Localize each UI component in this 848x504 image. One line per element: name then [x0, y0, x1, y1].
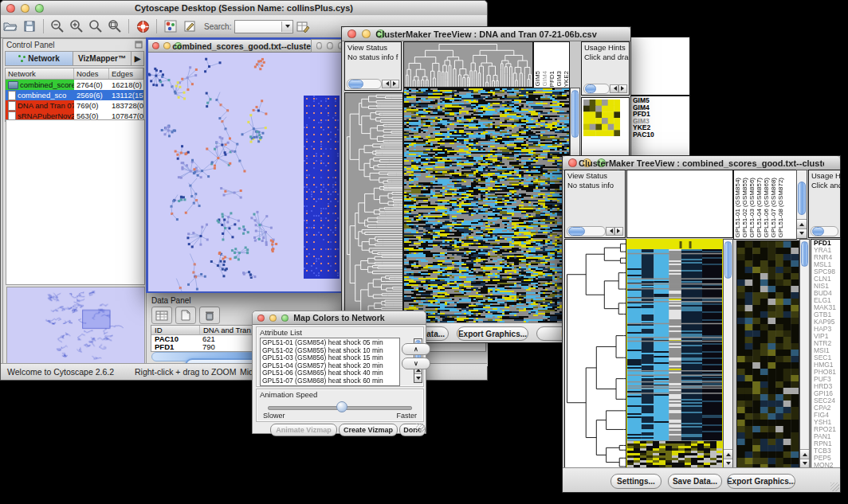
scroll-left-icon	[606, 227, 614, 236]
network-list-table: Network Nodes Edges combined_scores 2764…	[5, 68, 144, 122]
array-labels-vscrollbar[interactable]	[796, 170, 807, 239]
background-window-titlebar[interactable]	[311, 39, 344, 53]
network-overview-thumbnail[interactable]	[6, 287, 145, 364]
scroll-right-icon	[614, 227, 623, 236]
minimize-button	[327, 42, 332, 49]
array-labels: GPL51-01 (GSM854)GPL51-02 (GSM855)GPL51-…	[733, 170, 797, 240]
toolbar-separator	[43, 19, 44, 33]
network-view-window: combined_scores_good.txt--cluste...	[146, 37, 344, 293]
move-down-button[interactable]: ∨	[402, 357, 430, 369]
attribute-list-group: Attribute List GPL51-01 (GSM854) heat sh…	[256, 326, 424, 387]
map-colors-dialog: Map Colors to Network Attribute List GPL…	[252, 311, 426, 434]
treeview-combined-buttonbar: Settings... Save Data... Export Graphics…	[563, 467, 840, 492]
export-graphics-button[interactable]: Export Graphics...	[457, 326, 528, 341]
toolbar-separator	[128, 19, 129, 33]
scroll-right-icon	[391, 80, 399, 88]
view-status-panel: View Status No status info f	[344, 41, 402, 91]
network-list-row[interactable]: combined_scores 2764(0) 16218(0)	[6, 80, 143, 90]
close-button	[316, 42, 322, 49]
heatmap-canvas[interactable]	[626, 239, 723, 469]
export-graphics-button[interactable]: Export Graphics...	[727, 474, 795, 489]
usage-hints-hscrollbar[interactable]	[811, 226, 838, 236]
animate-vizmap-button[interactable]: Animate Vizmap	[270, 424, 337, 436]
zoom-out-icon[interactable]	[49, 18, 66, 35]
tab-network[interactable]: Network	[6, 52, 73, 65]
close-button[interactable]	[347, 29, 356, 38]
scroll-down-icon	[414, 373, 422, 382]
gene-list-vscrollbar[interactable]	[799, 239, 810, 469]
zoom-matrix-canvas[interactable]	[583, 100, 620, 136]
settings-button[interactable]: Settings...	[610, 474, 662, 489]
speed-slider-thumb[interactable]	[336, 401, 347, 412]
treeview-dna-titlebar[interactable]: ClusterMaker TreeView : DNA and Tran 07-…	[342, 27, 630, 41]
network-list-row[interactable]: DNA and Tran 07 769(0) 183728(0)	[6, 100, 143, 111]
resize-grip[interactable]	[830, 483, 839, 491]
scroll-left-icon	[382, 80, 391, 88]
move-up-button[interactable]: ∧	[402, 343, 430, 355]
map-colors-titlebar[interactable]: Map Colors to Network	[253, 311, 426, 325]
zoom-heatmap-canvas[interactable]	[736, 240, 799, 469]
gene-label-list: PFD1YRA1RNR4MSL1SPC98CLN1NIS1BUD4ELG1MAK…	[811, 239, 841, 469]
new-attribute-icon[interactable]	[175, 307, 196, 324]
close-button[interactable]	[6, 4, 15, 13]
column-dendrogram[interactable]	[403, 41, 533, 88]
view-status-hscrollbar[interactable]	[347, 79, 399, 88]
network-list-header[interactable]: Network Nodes Edges	[6, 68, 143, 80]
vizmap-icon[interactable]	[162, 18, 179, 35]
animation-speed-group: Animation Speed Slower Faster	[256, 389, 424, 422]
search-dropdown-icon[interactable]	[281, 21, 292, 32]
network-file-icon	[8, 101, 16, 111]
close-button[interactable]	[568, 158, 577, 167]
attribute-editor-icon[interactable]	[294, 18, 312, 35]
main-window-title: Cytoscape Desktop (Session Name: collins…	[17, 3, 471, 13]
search-input[interactable]	[234, 20, 293, 33]
network-file-icon	[8, 81, 18, 89]
close-button[interactable]	[257, 315, 265, 322]
control-panel-tabs: Network VizMapper™ ▶	[5, 51, 144, 66]
main-titlebar[interactable]: Cytoscape Desktop (Session Name: collins…	[1, 1, 487, 16]
save-session-button[interactable]	[21, 18, 38, 35]
row-dendrogram[interactable]	[344, 92, 403, 325]
save-data-button[interactable]: Save Data...	[668, 474, 722, 489]
scroll-down-icon	[797, 229, 807, 238]
usage-hints-hscrollbar[interactable]	[583, 84, 627, 93]
create-vizmap-button[interactable]: Create Vizmap	[339, 424, 398, 436]
heatmap-canvas[interactable]	[403, 88, 570, 325]
annotation-icon[interactable]	[181, 18, 198, 35]
gene-label[interactable]: PAC10	[633, 131, 689, 139]
row-dendrogram[interactable]	[564, 239, 626, 471]
zoom-fit-icon[interactable]	[106, 18, 124, 35]
scroll-right-icon	[618, 84, 627, 93]
float-panel-icon[interactable]	[135, 41, 143, 49]
attribute-list-item[interactable]: GPL51-07 (GSM868) heat shock 60 min	[262, 377, 399, 385]
view-status-hscrollbar[interactable]	[567, 226, 623, 236]
search-label: Search:	[204, 22, 231, 31]
close-button[interactable]	[152, 42, 159, 49]
attribute-list[interactable]: GPL51-01 (GSM854) heat shock 05 minGPL51…	[260, 338, 400, 386]
tab-overflow-arrow[interactable]: ▶	[132, 52, 143, 65]
heatmap-vscrollbar[interactable]	[723, 239, 733, 469]
select-attributes-icon[interactable]	[151, 307, 172, 324]
toolbar-separator	[156, 19, 157, 33]
treeview-combined-window: ClusterMaker TreeView : combined_scores_…	[562, 155, 841, 493]
column-dendrogram-area[interactable]	[626, 170, 733, 238]
usage-hints-panel: Usage Hi Click and	[808, 170, 841, 238]
resize-grip[interactable]	[416, 424, 425, 432]
treeview-combined-titlebar[interactable]: ClusterMaker TreeView : combined_scores_…	[563, 156, 840, 170]
tab-vizmapper[interactable]: VizMapper™	[73, 52, 132, 65]
network-view-title: combined_scores_good.txt--cluste...	[164, 41, 326, 51]
slower-label: Slower	[263, 412, 285, 420]
map-colors-title: Map Colors to Network	[269, 313, 410, 322]
usage-hints-panel: Usage Hints Click and drag tc	[581, 41, 630, 96]
attribute-list-label: Attribute List	[260, 328, 302, 337]
treeview-combined-title: ClusterMaker TreeView : combined_scores_…	[579, 158, 824, 168]
zoom-selected-icon[interactable]	[87, 18, 104, 35]
network-file-icon	[8, 91, 16, 100]
network-canvas[interactable]	[148, 53, 342, 291]
zoom-in-icon[interactable]	[68, 18, 85, 35]
open-session-button[interactable]	[2, 18, 19, 35]
help-lifering-icon[interactable]	[134, 18, 151, 35]
delete-attribute-trash-icon[interactable]	[199, 307, 220, 324]
network-tree-area[interactable]	[6, 119, 145, 285]
network-list-row[interactable]: combined_sco 2569(6) 13112(15)	[6, 90, 143, 100]
